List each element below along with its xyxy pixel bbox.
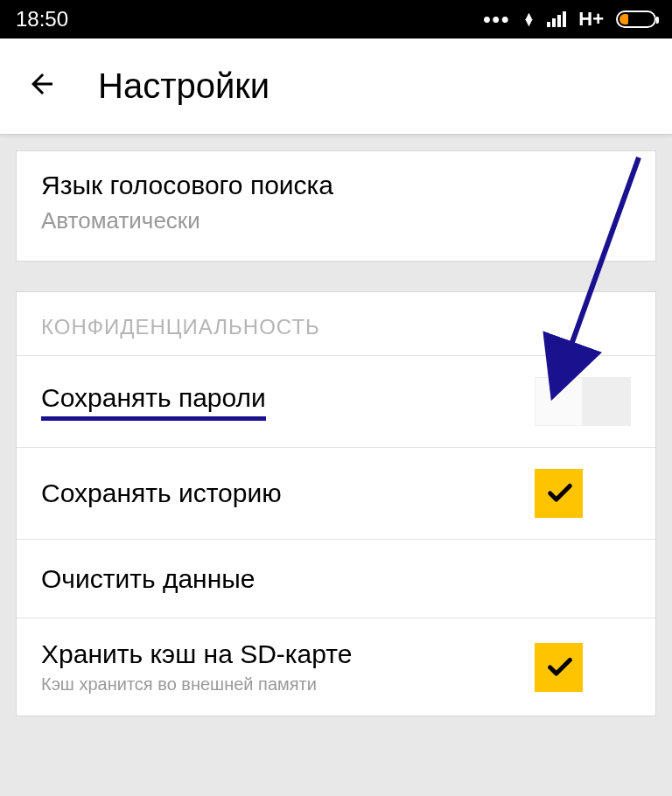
voice-search-title: Язык голосового поиска [41, 171, 631, 200]
back-button[interactable] [26, 68, 58, 105]
signal-icon [547, 11, 566, 27]
more-icon: ••• [483, 7, 510, 31]
arrow-left-icon [26, 68, 58, 100]
status-indicators: ••• ▲▼ H+ [483, 7, 656, 31]
cache-sd-item[interactable]: Хранить кэш на SD-карте Кэш хранится во … [17, 618, 655, 716]
privacy-section-header: КОНФИДЕНЦИАЛЬНОСТЬ [17, 292, 655, 356]
save-passwords-label: Сохранять пароли [41, 383, 266, 421]
voice-search-value: Автоматически [41, 207, 631, 234]
battery-icon [616, 10, 656, 28]
voice-search-language-item[interactable]: Язык голосового поиска Автоматически [16, 150, 656, 262]
data-traffic-icon: ▲▼ [522, 13, 535, 25]
network-type: H+ [578, 8, 604, 31]
save-passwords-toggle[interactable] [535, 377, 631, 426]
cache-sd-desc: Кэш хранится во внешней памяти [41, 674, 535, 695]
save-passwords-item[interactable]: Сохранять пароли [17, 356, 655, 448]
cache-sd-toggle[interactable] [535, 643, 631, 692]
status-time: 18:50 [16, 7, 68, 31]
save-history-label: Сохранять историю [41, 478, 282, 507]
privacy-section: КОНФИДЕНЦИАЛЬНОСТЬ Сохранять пароли Сохр… [16, 291, 656, 716]
clear-data-item[interactable]: Очистить данные [17, 540, 655, 618]
title-bar: Настройки [0, 38, 672, 135]
check-icon [545, 478, 575, 508]
check-icon [545, 653, 575, 682]
status-bar: 18:50 ••• ▲▼ H+ [0, 0, 672, 38]
cache-sd-label: Хранить кэш на SD-карте [41, 639, 535, 669]
save-history-toggle[interactable] [535, 469, 631, 518]
page-title: Настройки [98, 66, 270, 106]
save-history-item[interactable]: Сохранять историю [17, 448, 655, 540]
clear-data-label: Очистить данные [41, 564, 256, 593]
